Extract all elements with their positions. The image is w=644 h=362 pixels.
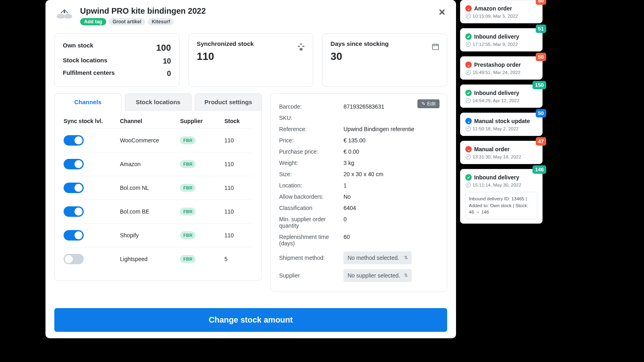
activity-card[interactable]: 50⌄Manual stock update🕘11:50:18, May 2, … (460, 113, 543, 136)
product-tag[interactable]: Kitesurf (148, 18, 174, 25)
clock-icon: 🕘 (465, 182, 471, 188)
sync-toggle[interactable] (64, 183, 84, 193)
svg-point-1 (64, 14, 72, 19)
detail-label: Reference: (279, 126, 343, 132)
detail-label: Price: (279, 137, 343, 144)
tab-stock-locations[interactable]: Stock locations (125, 93, 192, 111)
clock-icon: 🕘 (465, 98, 471, 103)
channel-name: Shopify (120, 232, 180, 239)
clock-icon: 🕘 (465, 126, 471, 132)
product-details-panel: ✎Edit Barcode:8719326583631SKU:Reference… (270, 93, 447, 292)
detail-row: SKU: (279, 112, 439, 123)
activity-title: Manual stock update (474, 118, 530, 124)
detail-row: Purchase price:€ 0.00 (279, 146, 439, 157)
tab-product-settings[interactable]: Product settings (195, 93, 262, 111)
channel-row: Bol.com NLFBR110 (64, 176, 252, 200)
channel-name: Amazon (120, 161, 180, 167)
activity-badge: 146 (533, 165, 546, 174)
sync-stock-label: Synchronized stock (197, 40, 305, 47)
th-supplier: Supplier (180, 118, 224, 124)
activity-badge: 47 (536, 137, 546, 146)
days-stocking-value: 30 (330, 50, 439, 63)
detail-value: € 135.00 (343, 137, 439, 144)
activity-status-icon: ⌄ (465, 118, 472, 124)
supplier-label: Supplier (279, 272, 343, 279)
own-stock-label: Own stock (63, 40, 93, 55)
detail-row: Price:€ 135.00 (279, 135, 439, 146)
activity-title: Inbound delivery (474, 33, 519, 40)
channel-row: Bol.com BEFBR110 (64, 200, 252, 223)
activity-card[interactable]: 50⌄Prestashop order🕘15:49:51, Mar 24, 20… (460, 56, 543, 80)
cubes-icon (297, 43, 305, 53)
detail-row: Min. supplier order quantity0 (279, 214, 439, 231)
th-channel: Channel (120, 118, 180, 124)
sync-toggle[interactable] (64, 159, 84, 169)
supplier-badge: FBR (180, 255, 196, 263)
detail-label: Allow backorders: (279, 193, 343, 200)
edit-button[interactable]: ✎Edit (417, 99, 440, 108)
activity-status-icon: ✔ (465, 174, 472, 181)
channel-stock: 110 (224, 232, 252, 239)
activity-timestamp: 🕘14:54:29, Apr 12, 2022 (465, 98, 537, 103)
detail-value: Upwind Bindingen referentie (343, 126, 439, 132)
add-tag-button[interactable]: Add tag (80, 18, 106, 25)
svg-rect-2 (433, 44, 439, 49)
detail-label: Location: (279, 182, 343, 189)
close-icon[interactable]: ✕ (437, 6, 447, 19)
detail-row: Barcode:8719326583631 (279, 101, 439, 112)
activity-status-icon: ✔ (465, 90, 472, 96)
channel-stock: 5 (224, 256, 252, 262)
tab-channels[interactable]: Channels (54, 93, 122, 111)
sync-toggle[interactable] (64, 254, 84, 264)
detail-value: 6404 (343, 205, 439, 211)
activity-card[interactable]: 51✔Inbound delivery🕘17:12:55, Mar 9, 202… (460, 28, 543, 51)
chevron-updown-icon: ⇅ (404, 273, 408, 278)
chevron-updown-icon: ⇅ (404, 255, 408, 260)
detail-row: Replenishment time (days)60 (279, 231, 439, 249)
sync-toggle[interactable] (64, 135, 84, 146)
shipment-method-select[interactable]: No method selected. ⇅ (343, 251, 412, 264)
product-tag[interactable]: Groot artikel (109, 18, 145, 25)
product-kite-icon (54, 6, 74, 23)
tabs-row: Channels Stock locations Product setting… (54, 93, 262, 111)
sync-stock-card: Synchronized stock 110 (188, 33, 314, 87)
activity-detail: Inbound delivery ID: 13465 | Added to: O… (465, 192, 537, 219)
activity-card[interactable]: 146✔Inbound delivery🕘15:11:14, May 30, 2… (460, 169, 543, 224)
activity-card[interactable]: 150✔Inbound delivery🕘14:54:29, Apr 12, 2… (460, 84, 543, 108)
product-title: Upwind PRO kite bindingen 2022 (80, 6, 437, 16)
product-modal: Upwind PRO kite bindingen 2022 Add tag G… (45, 0, 456, 338)
detail-value: 60 (343, 234, 439, 247)
sync-toggle[interactable] (64, 206, 84, 217)
detail-value: No (343, 193, 439, 200)
fulfilment-label: Fulfilment centers (63, 68, 115, 80)
tag-row: Add tag Groot artikel Kitesurf (80, 18, 437, 25)
calendar-icon (431, 43, 440, 53)
activity-status-icon: ⌄ (465, 5, 472, 12)
shipment-method-label: Shipment method: (279, 255, 343, 261)
detail-value: € 0.00 (343, 148, 439, 155)
activity-status-icon: ✔ (465, 33, 472, 40)
detail-row: Size:20 x 30 x 40 cm (279, 169, 439, 180)
detail-value: 0 (343, 216, 439, 229)
change-stock-button[interactable]: Change stock amount (54, 308, 447, 332)
th-sync: Sync stock lvl. (64, 118, 120, 124)
detail-value (343, 115, 439, 121)
activity-status-icon: ⌄ (465, 62, 472, 68)
clock-icon: 🕘 (465, 13, 471, 19)
channel-row: LightspeedFBR5 (64, 247, 252, 271)
supplier-select[interactable]: No supplier selected. ⇅ (343, 269, 412, 282)
activity-card[interactable]: 47⌄Manual order🕘13:31:30, May 18, 2022 (460, 141, 543, 164)
stock-locations-value: 10 (163, 55, 171, 68)
days-stocking-card: Days since stocking 30 (322, 33, 447, 87)
activity-card[interactable]: 50⌄Amazon order🕘10:15:09, Mar 5, 2022 (460, 0, 543, 23)
supplier-badge: FBR (180, 136, 196, 144)
detail-row: Classification6404 (279, 202, 439, 214)
supplier-badge: FBR (180, 231, 196, 239)
detail-label: Barcode: (279, 103, 343, 110)
activity-timestamp: 🕘17:12:55, Mar 9, 2022 (465, 41, 537, 47)
activity-title: Amazon order (474, 5, 512, 12)
sync-toggle[interactable] (64, 230, 84, 241)
activity-badge: 50 (536, 53, 546, 61)
channel-stock: 110 (224, 185, 252, 191)
detail-row: Location:1 (279, 180, 439, 191)
